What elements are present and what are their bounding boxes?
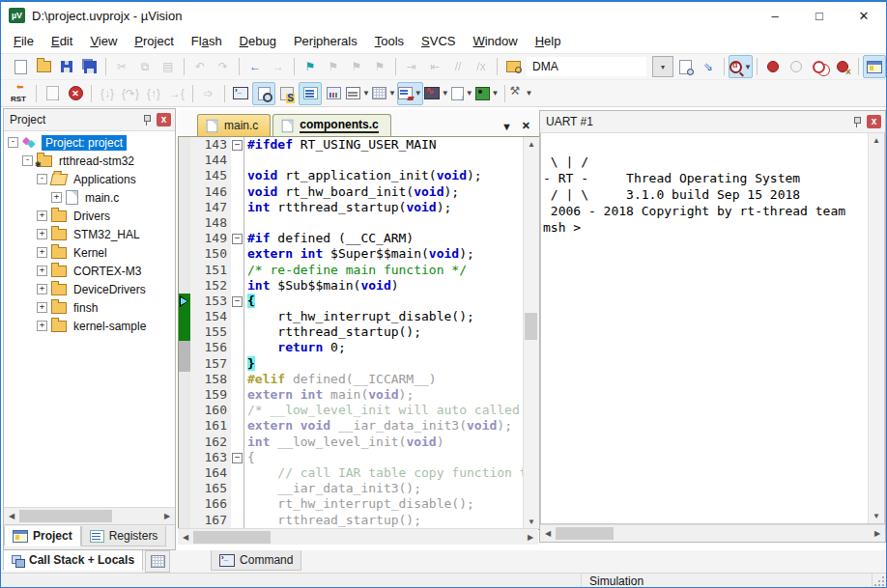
pin-icon[interactable] [852,116,862,127]
code-text-area[interactable]: #ifdef RT_USING_USER_MAIN void rt_applic… [244,137,523,529]
scroll-thumb[interactable] [556,527,614,540]
menu-debug[interactable]: Debug [231,31,285,51]
close-button[interactable]: ✕ [842,2,886,29]
scroll-up-icon[interactable]: ▲ [524,137,539,152]
maximize-button[interactable]: □ [797,2,842,29]
project-window-toggle-button[interactable] [863,55,886,78]
save-button[interactable] [55,55,78,78]
tree-expander-icon[interactable]: + [37,266,47,276]
save-all-button[interactable] [78,55,101,78]
tree-expander-icon[interactable]: + [37,210,47,221]
unindent-button[interactable]: ⇤ [423,55,446,78]
paste-button[interactable]: ▤ [157,55,180,78]
tree-expander-icon[interactable]: + [51,192,62,203]
kill-all-breakpoints-button[interactable] [831,55,854,78]
pin-icon[interactable] [142,114,152,126]
uncomment-selection-button[interactable]: /x [470,55,493,78]
dropdown-caret-icon[interactable]: ▼ [526,89,533,98]
scroll-thumb[interactable] [19,510,112,522]
find-in-files-button[interactable] [501,55,525,78]
find-in-files-doc-button[interactable] [673,55,697,78]
undo-button[interactable]: ↶ [188,55,212,78]
tree-expander-icon[interactable]: - [37,174,47,184]
tree-expander-icon[interactable]: + [37,247,47,258]
scroll-left-icon[interactable]: ◀ [4,508,19,524]
disassembly-window-button[interactable] [252,82,275,105]
fold-collapse-icon[interactable]: − [232,140,243,151]
cut-button[interactable]: ✂ [110,55,133,78]
menu-view[interactable]: View [81,31,126,51]
insert-remove-breakpoint-button[interactable] [761,55,785,78]
tree-item-drivers[interactable]: +Drivers [4,207,175,225]
scroll-thumb[interactable] [193,531,271,544]
debug-settings-button[interactable]: ▼ [509,82,534,105]
uart-vertical-scrollbar[interactable]: ▲ ▼ [868,133,884,523]
tree-expander-icon[interactable]: + [37,302,47,313]
editor-tab-main-c[interactable]: main.c [197,114,271,136]
scroll-left-icon[interactable]: ◀ [178,529,193,545]
uart-horizontal-scrollbar[interactable]: ◀ ▶ [540,524,885,542]
tree-item-applications[interactable]: -Applications [4,170,175,188]
comment-selection-button[interactable]: // [446,55,470,78]
dropdown-caret-icon[interactable]: ▼ [388,89,396,98]
scroll-right-icon[interactable]: ▶ [870,525,885,542]
step-over-button[interactable]: {↷} [119,82,142,105]
fold-collapse-icon[interactable]: − [232,234,243,244]
scroll-right-icon[interactable]: ▶ [523,529,538,545]
redo-button[interactable]: ↷ [212,55,235,78]
trace-window-button[interactable]: ▼ [450,82,474,105]
command-window-button[interactable] [229,82,252,105]
tree-item-kernel[interactable]: +Kernel [4,243,175,262]
menu-flash[interactable]: Flash [183,31,231,51]
menu-help[interactable]: Help [527,31,570,51]
menu-project[interactable]: Project [126,31,182,51]
reset-cpu-button[interactable] [9,82,32,105]
menu-edit[interactable]: Edit [43,31,81,51]
navigate-back-button[interactable]: ← [243,55,267,78]
enable-disable-breakpoint-button[interactable] [785,55,808,78]
fold-collapse-icon[interactable]: − [232,296,243,307]
run-button[interactable] [41,82,64,105]
menu-peripherals[interactable]: Peripherals [285,31,366,51]
fold-collapse-icon[interactable]: − [232,453,243,463]
search-dropdown[interactable]: ▾ [652,56,673,77]
tree-item-devicedrivers[interactable]: +DeviceDrivers [4,280,175,298]
next-bookmark-button[interactable]: ⚑ [345,55,368,78]
dock-tab-registers[interactable]: Registers [81,526,167,546]
menu-window[interactable]: Window [464,31,526,51]
close-icon[interactable]: x [867,115,881,128]
editor-tab-components-c[interactable]: components.c [272,114,390,136]
menu-file[interactable]: File [5,31,43,51]
dock-tab-project[interactable]: Project [4,526,81,546]
tree-item-cortex-m3[interactable]: +CORTEX-M3 [4,262,175,280]
close-icon[interactable]: x [157,113,171,126]
incremental-find-button[interactable]: ⇘ [697,55,720,78]
step-into-button[interactable]: {↓} [96,82,119,105]
uart-terminal[interactable]: \ | /- RT - Thread Operating System / | … [541,133,868,523]
tree-item-stm32-hal[interactable]: +STM32_HAL [4,225,175,243]
previous-bookmark-button[interactable]: ⚑ [322,55,345,78]
memory-window-button[interactable]: ▼ [371,82,397,105]
dropdown-caret-icon[interactable]: ▼ [744,63,752,71]
step-out-button[interactable]: {↑} [142,82,165,105]
open-file-button[interactable] [32,55,55,78]
watch-window-button[interactable]: ▼ [397,82,423,105]
scroll-left-icon[interactable]: ◀ [540,525,556,542]
new-file-button[interactable] [9,55,32,78]
system-viewer-window-button[interactable]: ▼ [474,82,501,105]
tree-item-project-project[interactable]: -Project: project [4,133,175,152]
serial-window-button[interactable] [299,82,322,105]
tree-expander-icon[interactable]: + [37,321,47,331]
scroll-up-icon[interactable]: ▲ [869,133,884,148]
scroll-down-icon[interactable]: ▼ [869,509,884,523]
menu-svcs[interactable]: SVCS [413,31,464,51]
symbol-window-button[interactable] [275,82,299,105]
command-tab[interactable]: Command [211,550,301,571]
code-editor[interactable]: 1431441451461471481491501511521531541551… [178,136,540,530]
tree-expander-icon[interactable]: + [37,284,47,294]
show-next-statement-button[interactable]: ➩ [197,82,220,105]
clear-bookmarks-button[interactable]: ⚑ [368,55,391,78]
editor-horizontal-scrollbar[interactable]: ◀ ▶ [178,528,538,545]
menu-tools[interactable]: Tools [366,31,413,51]
close-document-icon[interactable]: ✕ [522,120,530,132]
